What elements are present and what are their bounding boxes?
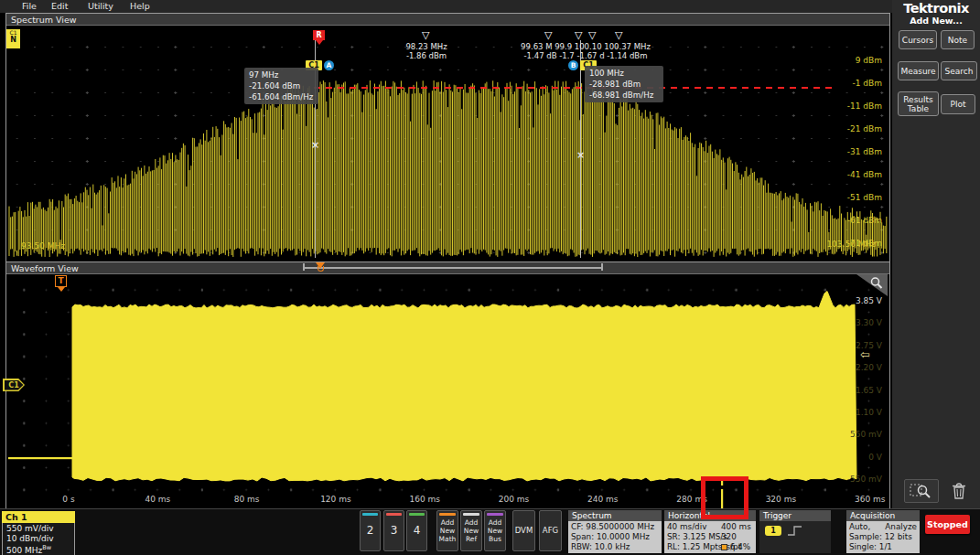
slider-left-end bbox=[303, 263, 305, 271]
cursor-a-handle[interactable]: × bbox=[311, 139, 319, 151]
trigger-source-badge: 1 bbox=[765, 526, 781, 536]
spectrum-y-label: -61 dBm bbox=[847, 216, 882, 225]
cursor-b-badge[interactable]: B bbox=[568, 60, 578, 70]
pan-slider-track[interactable] bbox=[303, 267, 603, 269]
add-new-math-button[interactable]: AddNewMath bbox=[436, 510, 458, 551]
cursor-b-handle[interactable]: × bbox=[576, 149, 585, 161]
waveform-y-label: 3.85 V bbox=[856, 296, 882, 305]
add-ref-stripe bbox=[463, 513, 479, 516]
trigger-level-arrow-icon[interactable]: ⇦ bbox=[860, 347, 870, 361]
add-new-bus-button[interactable]: AddNewBus bbox=[484, 510, 506, 551]
peak-marker-icon[interactable]: ▽ bbox=[575, 30, 582, 40]
waveform-x-label: 40 ms bbox=[137, 495, 178, 504]
spectrum-y-label: -1 dBm bbox=[853, 79, 883, 88]
spectrum-y-label: -11 dBm bbox=[847, 101, 882, 111]
channel-3-label: 3 bbox=[384, 524, 404, 537]
spectrum-plot[interactable]: 9 dBm-1 dBm-11 dBm-21 dBm-31 dBm-41 dBm-… bbox=[6, 26, 889, 261]
cursor-a-dbmhz: -61.604 dBm/Hz bbox=[249, 91, 314, 102]
reference-marker-flag[interactable]: R bbox=[313, 30, 325, 40]
add-bus-stripe bbox=[487, 513, 503, 516]
trash-button[interactable] bbox=[947, 479, 971, 503]
acquisition-panel-title: Acquisition bbox=[846, 510, 920, 521]
menu-file[interactable]: File bbox=[22, 1, 37, 11]
cursors-button[interactable]: Cursors bbox=[899, 30, 937, 49]
waveform-x-label: 360 ms bbox=[850, 495, 890, 504]
menu-bar: File Edit Utility Help bbox=[0, 0, 892, 13]
acquisition-sample: Sample: 12 bits bbox=[849, 532, 917, 542]
tektronix-logo: Tektronix bbox=[892, 1, 980, 16]
menu-utility[interactable]: Utility bbox=[88, 1, 113, 11]
spectrum-view-title: Spectrum View bbox=[6, 14, 889, 26]
peak-label-cluster: 99.63 M 99.9 100.10 100.37 MHz -1.47 dB … bbox=[509, 43, 662, 60]
channel-4-stripe bbox=[409, 513, 425, 516]
results-table-button[interactable]: Results Table bbox=[898, 91, 939, 116]
glitch-highlight-box bbox=[701, 476, 748, 519]
cursor-b-freq: 100 MHz bbox=[589, 68, 659, 79]
spectrum-span: Span: 10.0000 MHz bbox=[571, 532, 659, 542]
waveform-y-label: 2.20 V bbox=[856, 363, 882, 372]
trigger-settings-panel[interactable]: Trigger 1 bbox=[759, 510, 831, 553]
trigger-position-flag[interactable]: T bbox=[55, 275, 67, 287]
menu-edit[interactable]: Edit bbox=[51, 1, 68, 11]
dvm-button[interactable]: DVM bbox=[512, 510, 535, 551]
spectrum-channel-badge[interactable]: C1 N bbox=[6, 29, 20, 48]
spectrum-y-label: -41 dBm bbox=[847, 170, 882, 179]
zoom-mode-button[interactable] bbox=[904, 479, 939, 503]
peak-marker-icon[interactable]: ▽ bbox=[588, 30, 596, 40]
waveform-view-title: Waveform View bbox=[6, 262, 889, 274]
ch1-bandwidth: 500 MHzBw bbox=[6, 543, 74, 555]
waveform-y-label: 550 mV bbox=[850, 430, 882, 439]
channel-1-name: Ch 1 bbox=[2, 511, 75, 523]
right-sidebar: Tektronix Add New... Cursors Note Measur… bbox=[892, 0, 980, 508]
search-button[interactable]: Search bbox=[941, 61, 977, 80]
waveform-x-label: 200 ms bbox=[494, 495, 534, 504]
horizontal-pct: 6.4% bbox=[721, 542, 750, 552]
waveform-x-label: 160 ms bbox=[404, 495, 445, 504]
slider-right-end bbox=[601, 263, 603, 271]
spectrum-settings-panel[interactable]: Spectrum CF: 98.5000000 MHz Span: 10.000… bbox=[568, 510, 662, 553]
acquisition-settings-panel[interactable]: Acquisition Auto,Analyze Sample: 12 bits… bbox=[846, 510, 920, 553]
channel-3-button[interactable]: 3 bbox=[383, 510, 404, 551]
add-new-ref-button[interactable]: AddNewRef bbox=[460, 510, 482, 551]
channel-4-button[interactable]: 4 bbox=[406, 510, 427, 551]
waveform-view-title-text: Waveform View bbox=[11, 263, 79, 273]
spectrum-y-label: 9 dBm bbox=[856, 56, 882, 65]
cursor-b-readout: 100 MHz -28.981 dBm -68.981 dBm/Hz bbox=[585, 66, 663, 102]
zoom-corner-magnifier-icon[interactable] bbox=[869, 276, 884, 294]
peak-marker-icon[interactable]: ▽ bbox=[544, 30, 552, 40]
afg-button[interactable]: AFG bbox=[539, 510, 562, 551]
cursor-a-badge[interactable]: A bbox=[324, 60, 334, 70]
plot-button[interactable]: Plot bbox=[941, 94, 975, 114]
spectrum-panel-title: Spectrum bbox=[568, 510, 662, 521]
waveform-x-label: 120 ms bbox=[316, 495, 356, 504]
channel-1-badge[interactable]: Ch 1 550 mV/div 10 dBm/div 500 MHzBw bbox=[2, 511, 75, 555]
measure-button[interactable]: Measure bbox=[898, 61, 939, 80]
horizontal-window: 400 ms bbox=[721, 522, 751, 532]
menu-help[interactable]: Help bbox=[130, 1, 150, 11]
ch1-vdiv: 550 mV/div bbox=[6, 524, 74, 534]
cursor-a-readout: 97 MHz -21.604 dBm -61.604 dBm/Hz bbox=[244, 68, 318, 104]
spectrum-rbw: RBW: 10.0 kHz bbox=[571, 542, 659, 552]
waveform-y-label: 1.65 V bbox=[856, 386, 882, 395]
spectrum-y-label: -51 dBm bbox=[847, 193, 882, 202]
waveform-y-label: 0 V bbox=[868, 453, 882, 462]
waveform-plot[interactable]: 3.85 V3.30 V2.75 V2.20 V1.65 V1.10 V550 … bbox=[6, 274, 889, 509]
peak-marker-icon[interactable]: ▽ bbox=[422, 30, 429, 40]
acquisition-mode: Auto,Analyze bbox=[849, 522, 917, 532]
note-button[interactable]: Note bbox=[941, 30, 975, 49]
channel-marker-outline: C1 bbox=[3, 379, 25, 391]
waveform-channel-marker[interactable]: C1 bbox=[3, 379, 25, 391]
waveform-x-label: 0 s bbox=[48, 495, 89, 504]
peak-marker-icon[interactable]: ▽ bbox=[615, 30, 622, 40]
corner-badge-n: N bbox=[10, 36, 16, 44]
stopped-button[interactable]: Stopped bbox=[925, 515, 970, 534]
spectrum-trace bbox=[6, 26, 889, 261]
channel-2-button[interactable]: 2 bbox=[360, 510, 381, 551]
channel-3-stripe bbox=[386, 513, 402, 516]
waveform-view-panel: Waveform View 3.85 V3.30 V2.75 V2.20 V1.… bbox=[5, 261, 890, 508]
peak-cluster-dbms: -1.47 dB -1.7 -1.67 d -1.14 dBm bbox=[509, 52, 662, 61]
channel-2-label: 2 bbox=[361, 524, 380, 537]
oscilloscope-screen: File Edit Utility Help Tektronix Add New… bbox=[0, 0, 980, 555]
waveform-y-label: 3.30 V bbox=[856, 318, 882, 327]
peak-dbm: -1.86 dBm bbox=[381, 52, 472, 61]
